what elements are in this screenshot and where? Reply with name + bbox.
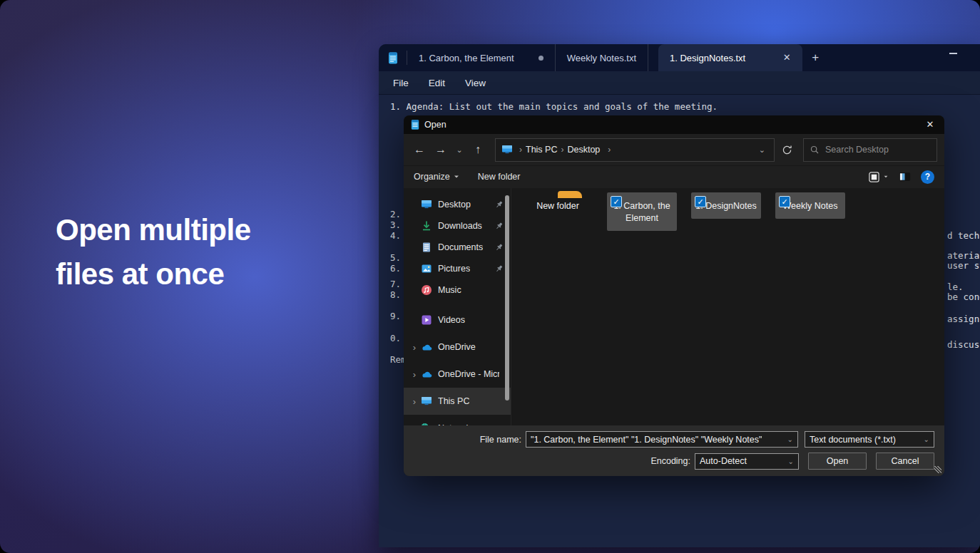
sidebar-item-label: Pictures bbox=[438, 264, 470, 274]
sidebar-item[interactable]: Videos bbox=[404, 306, 511, 334]
open-file-dialog: Open ✕ ← → ⌄ ↑ › This PC bbox=[404, 115, 944, 476]
editor-line-1: 1. Agenda: List out the main topics and … bbox=[390, 101, 718, 112]
hero-line-2: files at once bbox=[56, 252, 251, 296]
sidebar-item[interactable]: Downloads bbox=[404, 215, 511, 237]
address-dropdown-chevron-icon[interactable]: ⌄ bbox=[755, 145, 770, 155]
tab-close-icon[interactable]: ✕ bbox=[780, 51, 794, 65]
tab-label: Weekly Notes.txt bbox=[567, 53, 636, 63]
expand-chevron-icon[interactable]: › bbox=[409, 342, 419, 353]
breadcrumb-item[interactable]: This PC bbox=[524, 145, 558, 155]
refresh-icon[interactable] bbox=[776, 140, 797, 160]
new-folder-button[interactable]: New folder bbox=[478, 172, 521, 182]
encoding-value: Auto-Detect bbox=[700, 456, 747, 466]
help-button[interactable]: ? bbox=[921, 170, 934, 184]
sidebar-item-label: This PC bbox=[438, 396, 469, 406]
sidebar-item[interactable]: › This PC bbox=[404, 388, 511, 415]
encoding-label: Encoding: bbox=[650, 456, 690, 466]
sidebar-list: Desktop Downloads bbox=[404, 194, 511, 442]
pin-icon bbox=[494, 243, 504, 252]
notepad-tab[interactable]: Weekly Notes.txt bbox=[556, 44, 648, 71]
minimize-icon[interactable] bbox=[949, 53, 957, 54]
resize-grip[interactable] bbox=[934, 466, 941, 473]
new-tab-button[interactable]: + bbox=[802, 44, 828, 71]
file-type-value: Text documents (*.txt) bbox=[810, 435, 896, 445]
editor-text-fragment: 0. bbox=[390, 333, 401, 343]
recent-locations-chevron-icon[interactable]: ⌄ bbox=[452, 140, 466, 160]
editor-text-fragment: le. bbox=[947, 281, 964, 292]
file-tile[interactable]: ✓ 1. DesignNotes bbox=[691, 192, 761, 219]
breadcrumb: › This PC › Desktop bbox=[517, 145, 601, 155]
file-name-value: "1. Carbon, the Element" "1. DesignNotes… bbox=[531, 435, 762, 445]
organize-button[interactable]: Organize bbox=[414, 172, 459, 182]
selected-checkbox[interactable]: ✓ bbox=[695, 196, 706, 207]
sidebar-item[interactable]: Documents bbox=[404, 237, 511, 258]
sidebar-scrollbar[interactable] bbox=[505, 195, 509, 400]
places-sidebar: Desktop Downloads bbox=[404, 188, 511, 425]
change-view-button[interactable] bbox=[868, 171, 889, 183]
sidebar-item[interactable]: › OneDrive bbox=[404, 334, 511, 361]
pin-icon bbox=[494, 200, 504, 210]
menu-item[interactable]: File bbox=[384, 74, 417, 92]
chevron-down-icon[interactable]: ⌄ bbox=[788, 458, 794, 465]
editor-text-fragment: assign bbox=[947, 314, 979, 324]
expand-chevron-icon[interactable]: › bbox=[409, 369, 419, 380]
notepad-tab[interactable]: 1. DesignNotes.txt ✕ bbox=[658, 44, 802, 71]
expand-chevron-icon[interactable]: › bbox=[409, 396, 419, 407]
chevron-down-icon bbox=[454, 176, 459, 178]
sidebar-item-label: Videos bbox=[438, 315, 465, 325]
navigation-row: ← → ⌄ ↑ › This PC › bbox=[404, 134, 944, 166]
file-tile[interactable]: ✓ 1. Carbon, the Element bbox=[607, 192, 677, 231]
tab-label: 1. Carbon, the Element bbox=[419, 53, 514, 63]
menu-item[interactable]: Edit bbox=[420, 74, 454, 92]
downloads-icon bbox=[421, 220, 433, 232]
sidebar-item[interactable]: Music bbox=[404, 279, 511, 301]
selected-checkbox[interactable]: ✓ bbox=[779, 196, 790, 207]
cancel-button[interactable]: Cancel bbox=[876, 453, 934, 470]
forward-icon[interactable]: → bbox=[431, 140, 451, 160]
onedrive-icon bbox=[421, 341, 433, 353]
breadcrumb-item[interactable]: Desktop bbox=[566, 145, 601, 155]
menu-bar: File Edit View bbox=[379, 71, 980, 95]
sidebar-item-label: Music bbox=[438, 285, 461, 295]
notepad-tab[interactable]: 1. Carbon, the Element bbox=[407, 44, 556, 71]
sidebar-item[interactable]: › OneDrive - Micro bbox=[404, 361, 511, 388]
menu-item[interactable]: View bbox=[456, 74, 494, 92]
pin-icon bbox=[494, 264, 504, 274]
dialog-title: Open bbox=[424, 120, 446, 130]
sidebar-item[interactable]: Desktop bbox=[404, 194, 511, 215]
up-icon[interactable]: ↑ bbox=[468, 140, 488, 160]
music-icon bbox=[421, 284, 433, 296]
file-type-select[interactable]: Text documents (*.txt) ⌄ bbox=[805, 431, 934, 448]
file-tile[interactable]: ✓ Weekly Notes bbox=[775, 192, 845, 219]
marketing-screenshot: Open multiple files at once 1. Carbon, t… bbox=[0, 0, 980, 553]
dialog-close-icon[interactable]: ✕ bbox=[922, 118, 939, 132]
menu-list: File Edit View bbox=[384, 74, 494, 92]
open-button[interactable]: Open bbox=[808, 453, 867, 470]
editor-text-fragment: 9. bbox=[390, 311, 401, 321]
sidebar-item-label: OneDrive - Micro bbox=[438, 369, 499, 379]
breadcrumb-separator: › bbox=[606, 145, 613, 155]
tab-list: 1. Carbon, the Element Weekly Notes.txt … bbox=[407, 44, 802, 71]
notepad-app-icon bbox=[411, 120, 419, 130]
new-folder-label: New folder bbox=[478, 172, 521, 182]
chevron-down-icon[interactable]: ⌄ bbox=[924, 435, 929, 443]
editor-text-fragment: 5. bbox=[390, 252, 401, 263]
onedrive-icon bbox=[421, 368, 433, 381]
address-bar[interactable]: › This PC › Desktop › ⌄ bbox=[495, 138, 775, 162]
back-icon[interactable]: ← bbox=[409, 140, 429, 160]
editor-text-fragment: 3. bbox=[390, 219, 401, 230]
search-input[interactable]: Search Desktop bbox=[803, 138, 937, 162]
selected-checkbox[interactable]: ✓ bbox=[611, 196, 622, 207]
breadcrumb-separator: › bbox=[558, 145, 566, 155]
file-name-input[interactable]: "1. Carbon, the Element" "1. DesignNotes… bbox=[526, 431, 798, 448]
chevron-down-icon[interactable]: ⌄ bbox=[787, 435, 793, 443]
breadcrumb-separator: › bbox=[517, 145, 524, 155]
dialog-body: Desktop Downloads bbox=[404, 188, 944, 425]
preview-pane-button[interactable] bbox=[899, 172, 911, 182]
encoding-select[interactable]: Auto-Detect ⌄ bbox=[695, 453, 799, 470]
hero-headline: Open multiple files at once bbox=[56, 208, 251, 296]
file-tile[interactable]: New folder bbox=[523, 192, 593, 219]
search-placeholder: Search Desktop bbox=[825, 145, 889, 155]
sidebar-item[interactable]: Pictures bbox=[404, 258, 511, 279]
dialog-title-bar: Open ✕ bbox=[404, 115, 944, 134]
